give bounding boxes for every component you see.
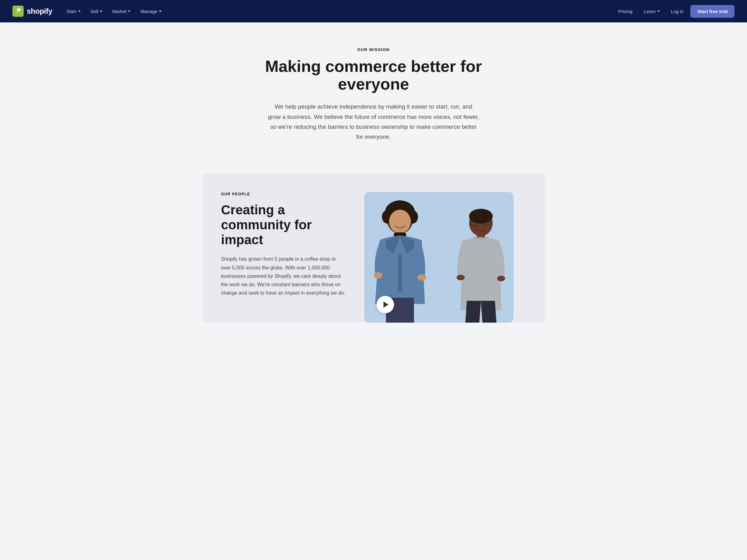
hero-description: We help people achieve independence by m… xyxy=(268,102,479,142)
people-title: Creating a community for impact xyxy=(221,203,345,248)
people-text-block: OUR PEOPLE Creating a community for impa… xyxy=(202,173,364,316)
nav-pricing[interactable]: Pricing xyxy=(614,6,637,17)
hero-title: Making commerce better for everyone xyxy=(249,58,498,93)
play-icon xyxy=(383,301,388,308)
nav-learn[interactable]: Learn xyxy=(639,6,664,17)
chevron-down-icon xyxy=(78,10,81,12)
hero-eyebrow: OUR MISSION xyxy=(6,47,741,52)
navigation: shopify Start Sell Market Manage Pricing… xyxy=(0,0,747,22)
play-button[interactable] xyxy=(377,296,394,313)
hero-section: OUR MISSION Making commerce better for e… xyxy=(0,22,747,173)
logo-text: shopify xyxy=(27,7,52,16)
nav-links-right: Pricing Learn Log in Start free trial xyxy=(614,5,735,18)
nav-sell[interactable]: Sell xyxy=(86,6,107,17)
chevron-down-icon xyxy=(128,10,130,12)
svg-point-20 xyxy=(497,276,505,281)
people-card: OUR PEOPLE Creating a community for impa… xyxy=(202,173,545,323)
nav-manage[interactable]: Manage xyxy=(136,6,165,17)
chevron-down-icon xyxy=(658,10,660,12)
chevron-down-icon xyxy=(159,10,161,12)
people-section: OUR PEOPLE Creating a community for impa… xyxy=(0,173,747,348)
nav-login[interactable]: Log in xyxy=(667,6,688,17)
person-right-figure xyxy=(451,205,511,323)
people-eyebrow: OUR PEOPLE xyxy=(221,192,345,196)
shopify-logo-icon xyxy=(12,6,24,17)
people-image-wrap xyxy=(364,192,514,323)
people-photo xyxy=(364,192,514,323)
svg-point-8 xyxy=(389,210,411,233)
svg-point-12 xyxy=(417,274,426,281)
svg-rect-10 xyxy=(398,254,402,292)
svg-point-17 xyxy=(469,209,493,224)
chevron-down-icon xyxy=(100,10,102,12)
svg-point-11 xyxy=(374,272,383,278)
people-description: Shopify has grown from 5 people in a cof… xyxy=(221,255,345,297)
nav-links-left: Start Sell Market Manage xyxy=(62,6,612,17)
nav-start[interactable]: Start xyxy=(62,6,85,17)
svg-point-19 xyxy=(457,275,465,280)
start-free-trial-button[interactable]: Start free trial xyxy=(690,5,735,18)
nav-market[interactable]: Market xyxy=(108,6,135,17)
logo-link[interactable]: shopify xyxy=(12,6,52,17)
